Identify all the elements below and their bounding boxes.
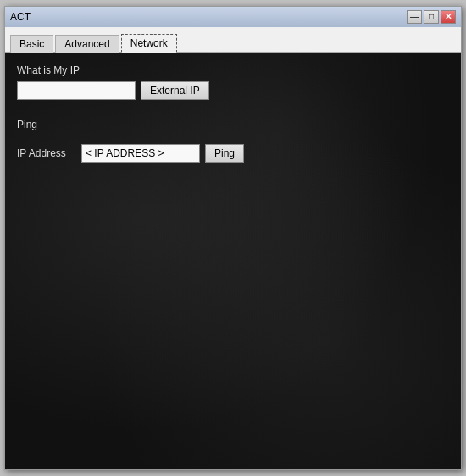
tab-network[interactable]: Network <box>121 34 177 53</box>
tab-bar: Basic Advanced Network <box>5 27 461 53</box>
minimize-button[interactable]: — <box>407 10 422 24</box>
ip-address-input[interactable] <box>81 144 200 163</box>
content-area: What is My IP External IP Ping IP Addres… <box>5 53 461 469</box>
main-window: ACT — □ ✕ Basic Advanced Network What is… <box>4 6 462 470</box>
ip-address-label: IP Address <box>17 147 76 159</box>
external-ip-row: External IP <box>17 81 449 100</box>
restore-button[interactable]: □ <box>424 10 439 24</box>
ip-result-input[interactable] <box>17 81 136 100</box>
what-is-my-ip-label: What is My IP <box>17 64 449 76</box>
ping-row: IP Address Ping <box>17 144 449 163</box>
window-title: ACT <box>10 11 31 23</box>
external-ip-button[interactable]: External IP <box>141 81 209 100</box>
tab-basic[interactable]: Basic <box>10 35 53 53</box>
tab-advanced[interactable]: Advanced <box>55 35 119 53</box>
ping-button[interactable]: Ping <box>205 144 244 163</box>
close-button[interactable]: ✕ <box>441 10 456 24</box>
title-bar-buttons: — □ ✕ <box>407 10 456 24</box>
ping-section-label: Ping <box>17 119 449 130</box>
title-bar: ACT — □ ✕ <box>5 7 461 27</box>
content-inner: What is My IP External IP Ping IP Addres… <box>5 53 461 178</box>
